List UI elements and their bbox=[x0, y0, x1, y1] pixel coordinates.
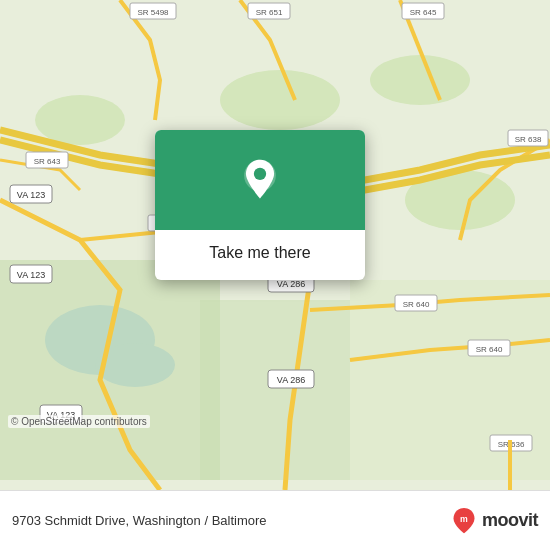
svg-text:SR 640: SR 640 bbox=[403, 300, 430, 309]
moovit-logo: m moovit bbox=[450, 507, 538, 535]
location-popup: Take me there bbox=[155, 130, 365, 280]
address-label: 9703 Schmidt Drive, Washington / Baltimo… bbox=[12, 513, 267, 528]
svg-text:SR 638: SR 638 bbox=[515, 135, 542, 144]
moovit-wordmark: moovit bbox=[482, 510, 538, 531]
svg-text:VA 123: VA 123 bbox=[17, 190, 45, 200]
map-view: VA 123 VA 123 VA 123 SR 5498 SR 651 SR 6… bbox=[0, 0, 550, 490]
moovit-logo-icon: m bbox=[450, 507, 478, 535]
svg-point-8 bbox=[35, 95, 125, 145]
svg-point-39 bbox=[254, 168, 266, 180]
svg-text:m: m bbox=[460, 513, 468, 523]
svg-text:VA 286: VA 286 bbox=[277, 375, 305, 385]
svg-point-6 bbox=[220, 70, 340, 130]
bottom-bar: 9703 Schmidt Drive, Washington / Baltimo… bbox=[0, 490, 550, 550]
svg-text:SR 5498: SR 5498 bbox=[137, 8, 169, 17]
svg-rect-3 bbox=[0, 260, 220, 480]
location-pin-icon bbox=[238, 158, 282, 202]
take-me-there-button[interactable]: Take me there bbox=[169, 240, 351, 266]
svg-point-7 bbox=[370, 55, 470, 105]
svg-text:SR 645: SR 645 bbox=[410, 8, 437, 17]
svg-text:VA 123: VA 123 bbox=[17, 270, 45, 280]
map-attribution: © OpenStreetMap contributors bbox=[8, 415, 150, 428]
svg-text:SR 651: SR 651 bbox=[256, 8, 283, 17]
svg-text:VA 286: VA 286 bbox=[277, 279, 305, 289]
popup-header bbox=[155, 130, 365, 230]
popup-body: Take me there bbox=[155, 230, 365, 280]
svg-text:SR 643: SR 643 bbox=[34, 157, 61, 166]
svg-rect-4 bbox=[200, 300, 350, 480]
svg-text:SR 640: SR 640 bbox=[476, 345, 503, 354]
